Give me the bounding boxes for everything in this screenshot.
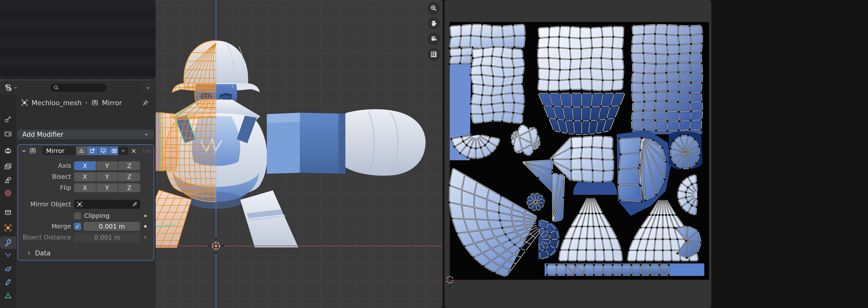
particles-icon <box>4 252 12 260</box>
uv-island-sleeve-tab[interactable] <box>448 47 473 65</box>
pan-button[interactable] <box>428 17 440 30</box>
tab-world[interactable] <box>0 187 16 199</box>
merge-threshold-field[interactable]: 0.001 m <box>84 222 140 231</box>
search-input[interactable] <box>50 83 106 92</box>
uv-island-belt-strip[interactable] <box>546 264 670 276</box>
merge-label: Merge <box>18 222 71 231</box>
tab-modifiers[interactable] <box>0 236 16 249</box>
axis-y-button[interactable]: Y <box>96 161 118 170</box>
tab-object[interactable] <box>0 222 16 234</box>
tab-particles[interactable] <box>0 249 16 262</box>
mirror-object-label: Mirror Object <box>18 200 71 209</box>
uv-editor[interactable] <box>444 0 711 308</box>
constraints-icon <box>4 278 12 286</box>
tab-output[interactable] <box>0 145 16 157</box>
bisect-distance-field: 0.001 m <box>74 233 140 242</box>
properties-header <box>0 81 156 95</box>
shoulder-right-hl <box>267 113 300 123</box>
add-modifier-button[interactable]: Add Modifier <box>18 130 154 139</box>
clipping-animate-dot[interactable] <box>144 215 147 217</box>
properties-content: Mechloo_mesh › Mirror Add Modifier <box>16 95 156 308</box>
chevron-down-icon <box>144 132 149 137</box>
data-subpanel-toggle[interactable]: Data <box>27 249 51 257</box>
camera-icon <box>112 148 117 154</box>
tab-render[interactable] <box>0 128 16 140</box>
flip-z-button[interactable]: Z <box>118 183 140 192</box>
zoom-button[interactable] <box>428 2 440 14</box>
bisect-z-button[interactable]: Z <box>118 172 140 181</box>
tab-view-layer[interactable] <box>0 160 16 173</box>
chevron-down-icon <box>13 86 18 90</box>
properties-main: Mechloo_mesh › Mirror Add Modifier <box>0 81 156 308</box>
breadcrumb-modifier[interactable]: Mirror <box>102 99 122 107</box>
flip-label: Flip <box>18 183 71 192</box>
tab-constraints[interactable] <box>0 276 16 288</box>
tab-tool[interactable] <box>0 113 16 125</box>
toggle-on-cage[interactable] <box>76 147 87 155</box>
properties-editor: Mechloo_mesh › Mirror Add Modifier <box>0 0 156 308</box>
grid-ortho-button[interactable] <box>428 48 440 61</box>
meshdata-icon <box>4 291 12 300</box>
arm-right-edge <box>338 114 345 174</box>
mirror-modifier-panel: Mirror <box>18 144 154 261</box>
physics-icon <box>4 265 12 273</box>
pin-button[interactable] <box>142 99 149 107</box>
breadcrumb-object[interactable]: Mechloo_mesh <box>32 99 82 107</box>
camera-icon <box>430 35 437 42</box>
magnifier-plus-icon <box>430 4 437 12</box>
drag-handle-icon[interactable] <box>143 149 151 153</box>
merge-animate-dot[interactable] <box>144 225 147 227</box>
uv-island-panel-grid[interactable] <box>536 25 625 92</box>
modifier-header[interactable]: Mirror <box>18 145 154 157</box>
bisect-label: Bisect <box>18 172 71 181</box>
outliner-empty-area[interactable] <box>0 0 156 79</box>
pin-icon <box>142 99 149 107</box>
flip-y-button[interactable]: Y <box>96 183 118 192</box>
expand-chevron-icon[interactable] <box>21 148 27 154</box>
chevron-right-icon <box>27 251 32 256</box>
object-icon <box>21 99 28 106</box>
toggle-edit-mode[interactable] <box>87 147 98 155</box>
tab-collection[interactable] <box>0 206 16 218</box>
tool-icon <box>4 115 12 123</box>
uv-island-wing-column[interactable] <box>617 137 643 203</box>
filter-dropdown-button[interactable] <box>142 83 154 93</box>
monitor-icon <box>100 148 106 154</box>
tab-object-data[interactable] <box>0 289 16 302</box>
close-icon[interactable] <box>130 148 137 154</box>
uv-island-back-grid[interactable] <box>630 24 704 132</box>
camera-view-button[interactable] <box>428 33 440 45</box>
breadcrumb: Mechloo_mesh › Mirror <box>21 98 122 107</box>
flip-x-button[interactable]: X <box>74 183 96 192</box>
uv-island-sleeve-top[interactable] <box>448 23 526 50</box>
axis-x-button[interactable]: X <box>74 161 96 170</box>
bisect-distance-row: Bisect Distance 0.001 m <box>18 233 154 242</box>
merge-row: Merge ✓ 0.001 m <box>18 222 154 231</box>
clipping-checkbox[interactable] <box>74 212 81 219</box>
object-icon <box>76 201 83 207</box>
tab-physics[interactable] <box>0 263 16 275</box>
merge-checkbox[interactable]: ✓ <box>74 223 81 230</box>
editor-type-button[interactable] <box>4 83 21 93</box>
add-modifier-label: Add Modifier <box>22 131 63 138</box>
chevron-down-icon <box>146 85 150 90</box>
glove-right <box>345 109 426 176</box>
toggle-realtime[interactable] <box>98 147 108 155</box>
cursor-3d <box>208 238 224 254</box>
bisect-x-button[interactable]: X <box>74 172 96 181</box>
search-icon <box>53 85 59 91</box>
uv-island-sleeve-side[interactable] <box>470 46 526 124</box>
uv-island-arrow-grid[interactable] <box>569 135 615 183</box>
tab-scene[interactable] <box>0 174 16 186</box>
eyedropper-icon[interactable] <box>132 201 138 207</box>
mirror-object-field[interactable] <box>74 200 140 209</box>
modifier-extras-button[interactable] <box>118 147 128 155</box>
axis-z-button[interactable]: Z <box>118 161 140 170</box>
modifier-name-field[interactable]: Mirror <box>42 147 76 155</box>
tab-material[interactable] <box>0 306 16 308</box>
leg-right <box>240 190 298 247</box>
mirror-icon <box>91 99 99 106</box>
bisect-y-button[interactable]: Y <box>96 172 118 181</box>
chevron-down-icon <box>121 148 126 153</box>
editmode-icon <box>89 148 95 154</box>
